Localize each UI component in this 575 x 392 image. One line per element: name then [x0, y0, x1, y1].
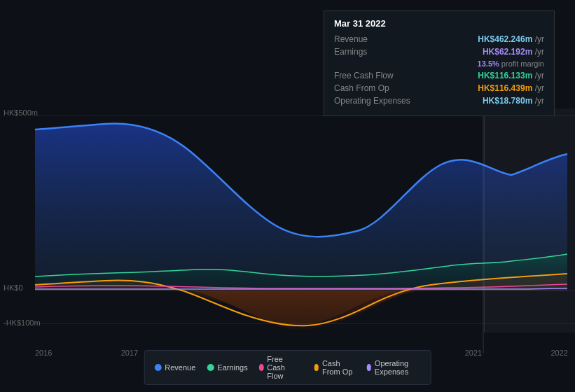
x-label-2016: 2016 — [35, 349, 52, 357]
legend-label-earnings: Earnings — [217, 363, 247, 372]
legend-dot-cashfromop — [314, 364, 319, 371]
x-label-2021: 2021 — [465, 349, 482, 357]
legend-item-cashfromop[interactable]: Cash From Op — [314, 359, 355, 376]
tooltip-value-cashfromop: HK$116.439m /yr — [478, 83, 544, 93]
tooltip: Mar 31 2022 Revenue HK$462.246m /yr Earn… — [324, 10, 555, 116]
legend-label-fcf: Free Cash Flow — [267, 355, 303, 380]
tooltip-row-margin: 13.5% profit margin — [334, 59, 544, 68]
tooltip-value-fcf: HK$116.133m /yr — [478, 71, 544, 80]
chart-container: Mar 31 2022 Revenue HK$462.246m /yr Earn… — [0, 0, 575, 392]
tooltip-title: Mar 31 2022 — [334, 18, 544, 29]
legend-dot-opex — [366, 364, 371, 371]
legend-dot-revenue — [154, 364, 161, 371]
legend-dot-earnings — [207, 364, 214, 371]
tooltip-label-opex: Operating Expenses — [334, 96, 410, 106]
tooltip-label-fcf: Free Cash Flow — [334, 71, 394, 80]
x-label-2017: 2017 — [121, 349, 138, 357]
tooltip-row-cashfromop: Cash From Op HK$116.439m /yr — [334, 83, 544, 93]
legend-item-opex[interactable]: Operating Expenses — [366, 359, 421, 376]
legend-item-fcf[interactable]: Free Cash Flow — [259, 355, 303, 380]
chart-svg — [0, 108, 575, 354]
tooltip-row-earnings: Earnings HK$62.192m /yr — [334, 47, 544, 57]
tooltip-margin-value: 13.5% profit margin — [478, 59, 544, 68]
tooltip-label-revenue: Revenue — [334, 34, 368, 44]
legend-dot-fcf — [259, 364, 264, 371]
x-label-2022: 2022 — [551, 349, 568, 357]
tooltip-label-earnings: Earnings — [334, 47, 367, 57]
legend-label-revenue: Revenue — [165, 363, 195, 372]
tooltip-value-revenue: HK$462.246m /yr — [478, 34, 544, 44]
legend-item-revenue[interactable]: Revenue — [154, 363, 195, 372]
tooltip-value-earnings: HK$62.192m /yr — [483, 47, 544, 57]
tooltip-label-cashfromop: Cash From Op — [334, 83, 389, 93]
legend-label-cashfromop: Cash From Op — [322, 359, 355, 376]
chart-legend: Revenue Earnings Free Cash Flow Cash Fro… — [144, 350, 431, 385]
tooltip-row-fcf: Free Cash Flow HK$116.133m /yr — [334, 71, 544, 80]
tooltip-row-revenue: Revenue HK$462.246m /yr — [334, 34, 544, 44]
legend-label-opex: Operating Expenses — [375, 359, 421, 376]
tooltip-row-opex: Operating Expenses HK$18.780m /yr — [334, 96, 544, 106]
tooltip-value-opex: HK$18.780m /yr — [483, 96, 544, 106]
legend-item-earnings[interactable]: Earnings — [207, 363, 247, 372]
